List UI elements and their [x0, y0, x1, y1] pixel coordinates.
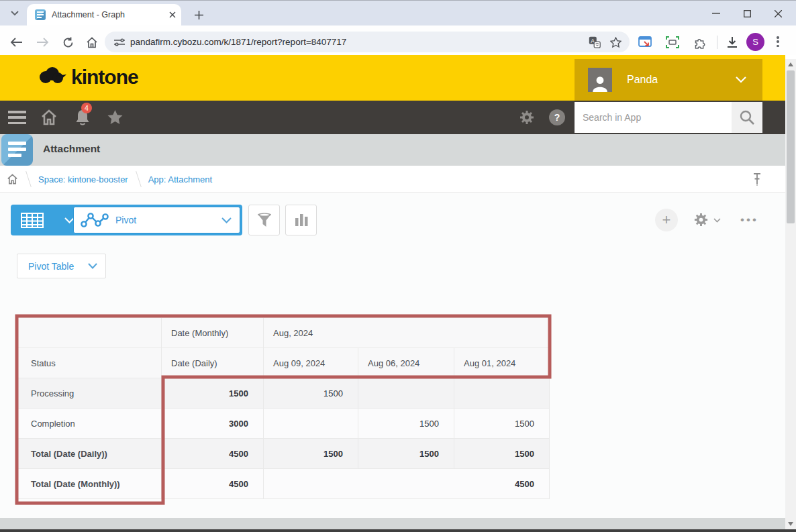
browser-tab[interactable]: Attachment - Graph: [27, 4, 181, 25]
more-options-icon[interactable]: •••: [740, 213, 758, 227]
monthly-field-label: Date (Monthly): [162, 318, 264, 348]
page-bottom-strip: [0, 518, 785, 529]
breadcrumb-separator: [130, 171, 142, 187]
scrollbar-down-arrow[interactable]: [785, 519, 796, 529]
extensions-puzzle-icon[interactable]: [691, 34, 708, 51]
chart-selector[interactable]: Pivot: [73, 207, 240, 233]
browser-profile-avatar[interactable]: S: [746, 33, 764, 51]
daily-field-label: Date (Daily): [162, 348, 264, 378]
pivot-table-dropdown[interactable]: Pivot Table: [17, 254, 106, 278]
bookmark-star-icon[interactable]: [610, 37, 621, 48]
chart-selector-chevron-icon: [221, 217, 232, 223]
translate-icon[interactable]: A: [589, 36, 601, 48]
cell-value: 1500: [454, 409, 550, 439]
browser-menu-icon[interactable]: [777, 34, 779, 49]
cell-value: 1500: [264, 378, 358, 409]
user-avatar: [588, 68, 612, 92]
filter-button[interactable]: [248, 205, 280, 235]
url-text[interactable]: pandafirm.cybozu.com/k/1871/report?repor…: [130, 37, 589, 47]
back-icon[interactable]: [7, 34, 25, 51]
row-total: 4500: [162, 439, 264, 469]
monthly-total-cell: 4500: [264, 469, 550, 499]
row-total: 1500: [162, 378, 264, 409]
row-total: 4500: [162, 469, 264, 499]
pivot-row-processing: Processing 1500 1500: [17, 378, 550, 409]
toolbar-separator: [717, 36, 717, 49]
row-label: Total (Date (Monthly)): [17, 469, 162, 499]
chart-button[interactable]: [285, 205, 317, 235]
portal-home-icon[interactable]: [40, 109, 58, 126]
view-settings-gear-icon[interactable]: [693, 212, 709, 227]
filter-funnel-icon: [256, 213, 272, 228]
app-icon[interactable]: [1, 134, 33, 166]
settings-gear-icon[interactable]: [518, 109, 536, 126]
window-minimize-button[interactable]: [709, 8, 724, 19]
user-menu-chevron-icon: [736, 76, 746, 83]
pivot-header-row-monthly: Date (Monthly) Aug, 2024: [17, 318, 550, 348]
window-bottom-edge: [0, 529, 796, 532]
cell-value: 1500: [358, 409, 454, 439]
search-input[interactable]: [575, 102, 732, 133]
screenshot-extension-icon[interactable]: [636, 34, 654, 51]
window-close-button[interactable]: [770, 8, 785, 19]
page-scrollbar[interactable]: [785, 59, 796, 529]
scrollbar-up-arrow[interactable]: [785, 59, 796, 70]
window-maximize-button[interactable]: [740, 8, 754, 19]
breadcrumb-space-link[interactable]: Space: kintone-booster: [38, 174, 128, 184]
pivot-row-completion: Completion 3000 1500 1500: [17, 409, 550, 439]
reload-icon[interactable]: [59, 34, 77, 51]
search-button[interactable]: [732, 102, 762, 133]
home-icon[interactable]: [83, 34, 101, 51]
pivot-table: Date (Monthly) Aug, 2024 Status Date (Da…: [17, 317, 550, 499]
breadcrumb: Space: kintone-booster App: Attachment: [7, 171, 212, 187]
view-settings-chevron-icon[interactable]: [713, 218, 721, 223]
tab-close-icon[interactable]: [169, 11, 176, 18]
kintone-cloud-icon: [38, 66, 67, 88]
menu-hamburger-icon[interactable]: [8, 111, 26, 124]
help-icon[interactable]: ?: [549, 109, 565, 125]
fullpage-capture-extension-icon[interactable]: [664, 34, 681, 51]
favorites-star-icon[interactable]: [106, 109, 123, 126]
downloads-icon[interactable]: [724, 34, 741, 51]
pin-icon[interactable]: [752, 172, 762, 186]
app-header-bar: [0, 134, 785, 166]
site-settings-icon[interactable]: [114, 38, 125, 47]
pivot-table-dropdown-label: Pivot Table: [28, 261, 88, 272]
forward-icon[interactable]: [34, 34, 52, 51]
breadcrumb-app-link[interactable]: App: Attachment: [148, 174, 212, 184]
line-chart-icon: [81, 211, 109, 229]
new-tab-button[interactable]: [191, 7, 207, 23]
notification-count-badge: 4: [81, 103, 92, 113]
tab-favicon-icon: [35, 9, 46, 20]
pivot-corner-cell: [17, 318, 162, 348]
pivot-table-dropdown-chevron-icon: [88, 263, 97, 269]
date-column-header: Aug 09, 2024: [264, 348, 358, 378]
scrollbar-thumb[interactable]: [787, 70, 795, 223]
selected-view-name: Pivot: [115, 215, 221, 225]
breadcrumb-home-icon[interactable]: [7, 174, 18, 184]
status-field-label: Status: [17, 348, 162, 378]
row-total: 3000: [162, 409, 264, 439]
cell-value: [454, 378, 550, 409]
date-column-header: Aug 06, 2024: [358, 348, 454, 378]
tab-search-button[interactable]: [5, 5, 24, 21]
cell-value: [264, 409, 358, 439]
cell-value: 1500: [454, 439, 550, 469]
pivot-header-row-daily: Status Date (Daily) Aug 09, 2024 Aug 06,…: [17, 348, 550, 378]
user-name: Panda: [627, 74, 736, 86]
add-record-button[interactable]: +: [655, 209, 678, 231]
search-icon: [739, 109, 755, 125]
cell-value: 1500: [358, 439, 454, 469]
tab-title: Attachment - Graph: [52, 10, 169, 19]
date-column-header: Aug 01, 2024: [454, 348, 550, 378]
address-bar[interactable]: pandafirm.cybozu.com/k/1871/report?repor…: [105, 32, 630, 52]
user-menu[interactable]: Panda: [575, 59, 762, 101]
kintone-logo[interactable]: kintone: [38, 66, 138, 89]
monthly-value-cell: Aug, 2024: [264, 318, 550, 348]
table-view-icon: [21, 213, 44, 228]
app-title: Attachment: [43, 143, 100, 155]
row-label: Processing: [17, 378, 162, 409]
row-label: Completion: [17, 409, 162, 439]
pivot-row-total-daily: Total (Date (Daily)) 4500 1500 1500 1500: [17, 439, 550, 469]
cell-value: [358, 378, 454, 409]
